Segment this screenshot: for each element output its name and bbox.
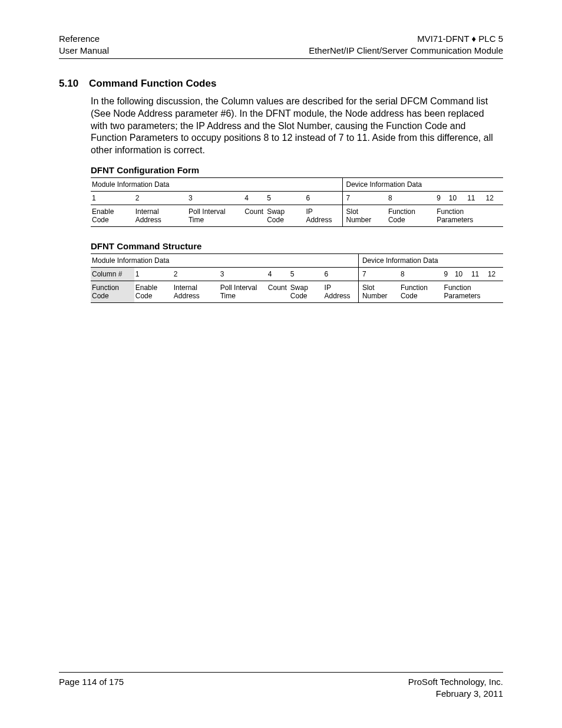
t2-label: Function Code xyxy=(399,281,443,302)
header-right-1: MVI71-DFNT ♦ PLC 5 xyxy=(309,33,503,45)
t2-num: 7 xyxy=(358,267,399,281)
t2-label: IP Address xyxy=(323,281,359,302)
page-header: Reference User Manual MVI71-DFNT ♦ PLC 5… xyxy=(59,33,503,59)
t1-label: Count xyxy=(243,205,266,226)
t2-num: 5 xyxy=(289,267,323,281)
t2-row-label: Function Code xyxy=(91,281,134,302)
t2-label: Swap Code xyxy=(289,281,323,302)
header-left-2: User Manual xyxy=(59,45,109,57)
t1-num: 6 xyxy=(305,191,342,205)
config-form-table: Module Information Data Device Informati… xyxy=(91,177,503,227)
table2-title: DFNT Command Structure xyxy=(91,241,503,251)
t2-num: 9 xyxy=(443,267,454,281)
t2-label: Poll Interval Time xyxy=(219,281,267,302)
t1-num: 12 xyxy=(485,191,503,205)
t2-col-label: Column # xyxy=(91,267,134,281)
t1-num: 1 xyxy=(91,191,134,205)
t1-label: IP Address xyxy=(305,205,342,226)
header-left-1: Reference xyxy=(59,33,109,45)
section-number: 5.10 xyxy=(59,78,78,90)
table2-group-a: Module Information Data xyxy=(91,253,358,267)
t2-label: Enable Code xyxy=(134,281,173,302)
t2-num: 6 xyxy=(323,267,359,281)
t1-num: 11 xyxy=(466,191,484,205)
header-right-2: EtherNet/IP Client/Server Communication … xyxy=(309,45,503,57)
t2-num: 8 xyxy=(399,267,443,281)
t1-label: Enable Code xyxy=(91,205,134,226)
t2-num: 12 xyxy=(487,267,503,281)
footer-right-1: ProSoft Technology, Inc. xyxy=(408,676,503,688)
t2-num: 4 xyxy=(267,267,289,281)
t1-num: 2 xyxy=(134,191,187,205)
t2-num: 11 xyxy=(470,267,487,281)
t2-label: Function Parameters xyxy=(443,281,503,302)
t2-num: 1 xyxy=(134,267,173,281)
t1-label: Slot Number xyxy=(342,205,387,226)
t2-num: 10 xyxy=(454,267,470,281)
section-paragraph: In the following discussion, the Column … xyxy=(91,95,503,157)
t1-num: 9 xyxy=(435,191,448,205)
footer-left: Page 114 of 175 xyxy=(59,676,124,700)
t2-num: 2 xyxy=(173,267,219,281)
footer-right-2: February 3, 2011 xyxy=(408,688,503,700)
t1-label: Internal Address xyxy=(134,205,187,226)
t1-num: 10 xyxy=(448,191,466,205)
section-title: Command Function Codes xyxy=(89,78,216,90)
t1-label: Poll Interval Time xyxy=(187,205,243,226)
t2-label: Slot Number xyxy=(358,281,399,302)
table1-group-b: Device Information Data xyxy=(342,177,503,191)
table2-group-b: Device Information Data xyxy=(358,253,503,267)
t1-num: 5 xyxy=(266,191,305,205)
command-structure-table: Module Information Data Device Informati… xyxy=(91,253,503,303)
table1-group-a: Module Information Data xyxy=(91,177,342,191)
page-footer: Page 114 of 175 ProSoft Technology, Inc.… xyxy=(59,672,503,700)
t1-num: 3 xyxy=(187,191,243,205)
t1-num: 7 xyxy=(342,191,387,205)
t2-label: Internal Address xyxy=(173,281,219,302)
t2-label: Count xyxy=(267,281,289,302)
t1-label: Function Parameters xyxy=(435,205,503,226)
t1-num: 8 xyxy=(387,191,435,205)
t1-label: Function Code xyxy=(387,205,435,226)
t1-label: Swap Code xyxy=(266,205,305,226)
t2-num: 3 xyxy=(219,267,267,281)
t1-num: 4 xyxy=(243,191,266,205)
table1-title: DFNT Configuration Form xyxy=(91,165,503,175)
section-heading: 5.10 Command Function Codes xyxy=(59,78,503,90)
